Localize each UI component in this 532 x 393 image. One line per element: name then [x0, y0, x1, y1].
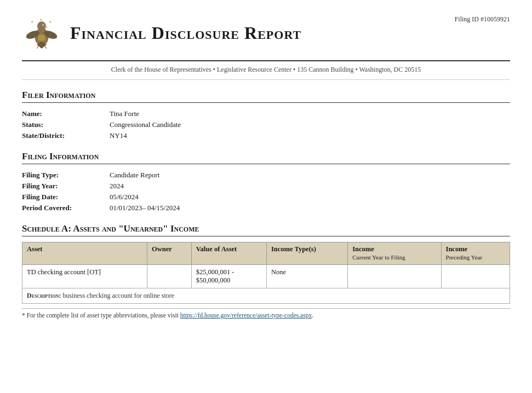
footnote-link[interactable]: https://fd.house.gov/reference/asset-typ… — [180, 312, 312, 319]
schedule-a-header-row: Asset Owner Value of Asset Income Type(s… — [22, 242, 510, 265]
field-value: 01/01/2023– 04/15/2024 — [110, 203, 510, 213]
field-label: Filing Date: — [22, 192, 110, 203]
filing-section-title: Filing Information — [22, 151, 510, 164]
svg-text:★: ★ — [49, 20, 52, 24]
svg-point-1 — [37, 21, 46, 30]
svg-line-9 — [44, 45, 47, 48]
filer-information-section: Filer Information Name:Tina ForteStatus:… — [22, 90, 510, 141]
field-value: Congressional Candidate — [110, 119, 510, 130]
schedule-a-title: Schedule A: Assets and "Unearned" Income — [22, 223, 510, 236]
svg-point-4 — [43, 25, 44, 26]
col-income-type: Income Type(s) — [267, 242, 348, 265]
report-title: Financial Disclosure Report — [70, 23, 301, 43]
filer-info-row: Status:Congressional Candidate — [22, 119, 510, 130]
filing-info-row: Filing Date:05/6/2024 — [22, 192, 510, 203]
filing-info-table: Filing Type:Candidate ReportFiling Year:… — [22, 170, 510, 213]
col-asset: Asset — [22, 242, 147, 265]
header-divider — [22, 60, 510, 61]
footnote-text: * For the complete list of asset type ab… — [22, 312, 179, 319]
svg-text:★: ★ — [31, 20, 33, 24]
svg-marker-2 — [44, 26, 47, 28]
clerk-line: Clerk of the House of Representatives • … — [22, 63, 510, 80]
schedule-a-footnote: * For the complete list of asset type ab… — [22, 308, 510, 319]
filing-info-row: Filing Type:Candidate Report — [22, 170, 510, 181]
filing-information-section: Filing Information Filing Type:Candidate… — [22, 151, 510, 213]
col-value: Value of Asset — [191, 242, 266, 265]
asset-description: Description: business checking account f… — [22, 288, 510, 304]
col-owner: Owner — [147, 242, 192, 265]
field-label: Name: — [22, 108, 110, 119]
svg-text:★: ★ — [39, 18, 42, 21]
field-value: Candidate Report — [110, 170, 510, 181]
income-preceding — [441, 265, 510, 288]
logo-title-group: ★ ★ ★ Financial Disclosure Report — [22, 13, 301, 53]
schedule-a-data-row: TD checking account [OT] $25,000,001 - $… — [22, 265, 510, 288]
field-label: Period Covered: — [22, 203, 110, 213]
col-income-preceding: IncomePreceding Year — [441, 242, 510, 265]
filer-section-title: Filer Information — [22, 90, 510, 103]
filing-info-row: Period Covered:01/01/2023– 04/15/2024 — [22, 203, 510, 213]
field-label: Status: — [22, 119, 110, 130]
footnote-end: . — [312, 312, 313, 319]
filer-info-row: State/District:NY14 — [22, 130, 510, 141]
svg-rect-10 — [38, 35, 45, 41]
schedule-a-section: Schedule A: Assets and "Unearned" Income… — [22, 223, 510, 319]
field-label: Filing Year: — [22, 181, 110, 192]
field-value: 2024 — [110, 181, 510, 192]
eagle-icon: ★ ★ ★ — [22, 13, 61, 53]
col-income-current: IncomeCurrent Year to Filing — [348, 242, 441, 265]
schedule-a-table: Asset Owner Value of Asset Income Type(s… — [22, 242, 510, 304]
asset-owner — [147, 265, 192, 288]
income-current — [348, 265, 441, 288]
page-container: ★ ★ ★ Financial Disclosure Report Filing… — [0, 0, 532, 393]
filing-info-row: Filing Year:2024 — [22, 181, 510, 192]
asset-value: $25,000,001 - $50,000,000 — [191, 265, 266, 288]
field-value: 05/6/2024 — [110, 192, 510, 203]
field-value: NY14 — [110, 130, 510, 141]
income-type: None — [267, 265, 348, 288]
schedule-a-desc-row: Description: business checking account f… — [22, 288, 510, 304]
field-value: Tina Forte — [110, 108, 510, 119]
svg-line-8 — [37, 45, 39, 48]
asset-name: TD checking account [OT] — [22, 265, 147, 288]
filer-info-table: Name:Tina ForteStatus:Congressional Cand… — [22, 108, 510, 141]
header: ★ ★ ★ Financial Disclosure Report Filing… — [22, 13, 510, 57]
field-label: State/District: — [22, 130, 110, 141]
field-label: Filing Type: — [22, 170, 110, 181]
filer-info-row: Name:Tina Forte — [22, 108, 510, 119]
filing-id: Filing ID #10059921 — [455, 13, 510, 24]
